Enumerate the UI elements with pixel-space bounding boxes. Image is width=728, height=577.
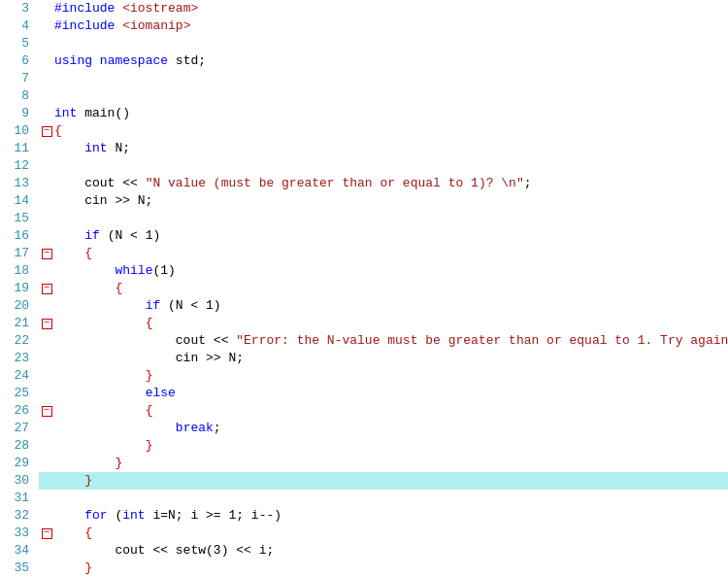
token: #include	[54, 1, 122, 16]
line-number: 9	[4, 105, 29, 122]
code-line: − {	[39, 402, 728, 420]
token: {	[84, 526, 92, 540]
fold-gutter[interactable]: −	[39, 319, 54, 329]
fold-icon[interactable]: −	[42, 319, 52, 329]
code-line: − {	[39, 280, 728, 297]
token	[54, 228, 84, 243]
code-text: {	[54, 525, 728, 542]
code-text	[54, 210, 728, 227]
line-number: 32	[4, 507, 29, 525]
code-line	[39, 490, 728, 507]
token: int	[54, 106, 77, 120]
token: cout <<	[54, 333, 236, 348]
fold-gutter[interactable]: −	[39, 406, 54, 417]
token	[54, 281, 115, 295]
line-number: 16	[4, 227, 29, 245]
code-text: }	[54, 455, 728, 472]
token: ;	[524, 176, 532, 190]
code-text: {	[54, 245, 728, 262]
code-text: cout << "Error: the N-value must be grea…	[54, 332, 728, 350]
code-line: cin >> N;	[39, 192, 728, 210]
token: }	[84, 473, 92, 488]
token: {	[146, 403, 153, 418]
code-text	[54, 70, 728, 87]
line-number: 23	[4, 350, 29, 367]
code-text: }	[54, 437, 728, 455]
code-text	[54, 157, 728, 175]
code-text: #include <iostream>	[54, 0, 728, 17]
fold-icon[interactable]: −	[42, 126, 52, 137]
code-text: int main()	[54, 105, 728, 122]
code-text: {	[54, 402, 728, 420]
code-line	[39, 70, 728, 87]
fold-icon[interactable]: −	[42, 284, 52, 294]
code-line: −{	[39, 122, 728, 140]
token: cin >> N;	[54, 351, 244, 365]
token	[54, 456, 115, 470]
fold-gutter[interactable]: −	[39, 528, 54, 539]
code-text: if (N < 1)	[54, 227, 728, 245]
token: {	[146, 316, 153, 330]
line-number: 3	[4, 0, 29, 17]
code-line	[39, 210, 728, 227]
code-line: − {	[39, 315, 728, 332]
line-number: 25	[4, 385, 29, 402]
token: namespace	[100, 53, 168, 68]
line-number: 22	[4, 332, 29, 350]
line-number: 30	[4, 472, 29, 490]
code-line: #include <iomanip>	[39, 17, 728, 35]
code-line: − {	[39, 525, 728, 542]
code-line: cin >> N;	[39, 350, 728, 367]
fold-icon[interactable]: −	[42, 406, 52, 417]
token	[54, 246, 84, 260]
code-area[interactable]: #include <iostream>#include <iomanip> us…	[35, 0, 728, 577]
token	[54, 526, 84, 540]
line-number: 13	[4, 175, 29, 192]
token: <iostream>	[122, 1, 198, 16]
code-text: else	[54, 385, 728, 402]
token: }	[146, 368, 153, 383]
line-number: 17	[4, 245, 29, 262]
code-editor: 3456789101112131415161718192021222324252…	[0, 0, 728, 577]
line-number: 31	[4, 490, 29, 507]
line-number: 28	[4, 437, 29, 455]
token: ;	[214, 421, 221, 435]
line-number: 29	[4, 455, 29, 472]
token: using	[54, 53, 92, 68]
code-line: − {	[39, 245, 728, 262]
code-text	[54, 87, 728, 105]
line-number: 10	[4, 122, 29, 140]
fold-gutter[interactable]: −	[39, 284, 54, 294]
code-line: cout << setw(3) << i;	[39, 542, 728, 560]
code-text: #include <iomanip>	[54, 17, 728, 35]
fold-icon[interactable]: −	[42, 528, 52, 539]
code-text: int N;	[54, 140, 728, 157]
code-line	[39, 35, 728, 52]
token: i=N; i >= 1; i--)	[146, 508, 281, 523]
code-text: if (N < 1)	[54, 297, 728, 315]
fold-icon[interactable]: −	[42, 249, 52, 259]
code-line	[39, 157, 728, 175]
code-line: cout << "N value (must be greater than o…	[39, 175, 728, 192]
token: cin >> N;	[54, 193, 152, 208]
token: N;	[108, 141, 130, 155]
token: }	[84, 560, 92, 575]
fold-gutter[interactable]: −	[39, 249, 54, 259]
code-text	[54, 490, 728, 507]
token	[54, 141, 84, 155]
code-text: {	[54, 280, 728, 297]
code-text: }	[54, 472, 728, 490]
code-line: int N;	[39, 140, 728, 157]
token: (N < 1)	[160, 298, 220, 313]
code-text: break;	[54, 420, 728, 437]
fold-gutter[interactable]: −	[39, 126, 54, 137]
token: break	[176, 421, 214, 435]
token: "Error: the N-value must be greater than…	[236, 333, 728, 348]
token: while	[115, 263, 152, 278]
token	[54, 316, 146, 330]
code-line: }	[39, 367, 728, 385]
line-number: 7	[4, 70, 29, 87]
token	[54, 438, 146, 453]
code-line: cout << "Error: the N-value must be grea…	[39, 332, 728, 350]
code-text: cout << "N value (must be greater than o…	[54, 175, 728, 192]
